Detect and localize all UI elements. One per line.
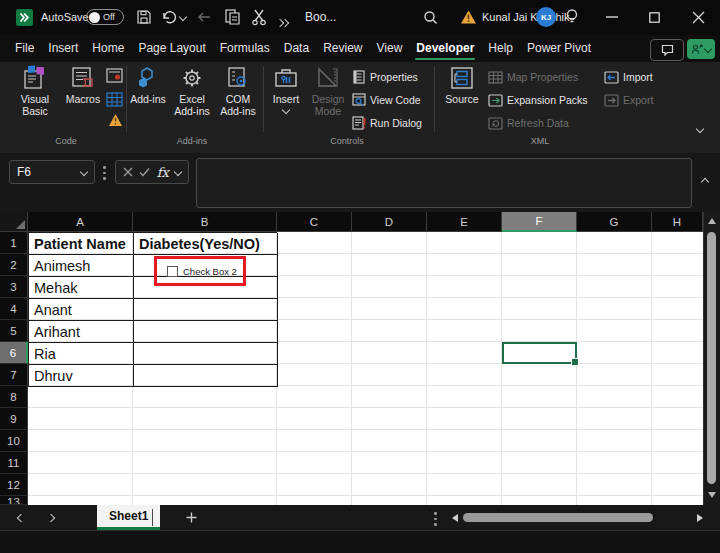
scroll-left-icon[interactable] bbox=[452, 514, 458, 522]
row-header-10[interactable]: 10 bbox=[0, 430, 28, 452]
qat-overflow-icon[interactable] bbox=[277, 12, 288, 30]
copy-icon[interactable] bbox=[224, 8, 241, 26]
insert-controls-button[interactable]: Insert bbox=[268, 65, 304, 113]
save-icon[interactable] bbox=[136, 9, 152, 25]
macro-security-icon[interactable] bbox=[108, 113, 123, 127]
cell-b1[interactable]: Diabetes(Yes/NO) bbox=[134, 233, 278, 255]
com-add-ins-button[interactable]: COM Add-ins bbox=[216, 65, 260, 117]
user-name[interactable]: Kunal Jai Kaushik bbox=[482, 11, 569, 23]
cell-b4[interactable] bbox=[134, 299, 278, 321]
horizontal-scroll-thumb[interactable] bbox=[463, 513, 653, 522]
expansion-packs-button[interactable]: Expansion Packs bbox=[488, 92, 588, 108]
tab-file[interactable]: File bbox=[8, 36, 41, 61]
cell-a4[interactable]: Anant bbox=[29, 299, 134, 321]
tab-page-layout[interactable]: Page Layout bbox=[131, 36, 212, 61]
selected-cell-f6[interactable] bbox=[502, 342, 577, 364]
formula-input[interactable] bbox=[196, 158, 692, 208]
run-dialog-button[interactable]: Run Dialog bbox=[352, 115, 422, 131]
checkbox-control-highlight[interactable]: Check Box 2 bbox=[154, 256, 246, 286]
row-header-13-partial[interactable]: 13 bbox=[0, 496, 28, 505]
row-header-9[interactable]: 9 bbox=[0, 408, 28, 430]
scrollbar-separator-dots[interactable] bbox=[434, 512, 437, 526]
add-ins-button[interactable]: Add-ins bbox=[130, 65, 166, 105]
cell-b6[interactable] bbox=[134, 343, 278, 365]
row-header-12[interactable]: 12 bbox=[0, 474, 28, 496]
fill-handle[interactable] bbox=[571, 358, 579, 366]
column-header-d[interactable]: D bbox=[352, 212, 427, 232]
comments-button[interactable] bbox=[650, 39, 684, 61]
cell-a1[interactable]: Patient Name bbox=[29, 233, 134, 255]
warning-icon[interactable] bbox=[460, 9, 477, 25]
autosave-toggle[interactable]: Off bbox=[86, 9, 124, 25]
properties-button[interactable]: Properties bbox=[352, 69, 418, 85]
close-button[interactable] bbox=[692, 11, 705, 24]
import-button[interactable]: Import bbox=[604, 69, 653, 85]
column-header-f-selected[interactable]: F bbox=[502, 212, 577, 232]
vertical-scrollbar[interactable] bbox=[703, 212, 720, 505]
cells-canvas[interactable]: Patient Name Diabetes(Yes/NO) Animesh Me… bbox=[28, 232, 703, 505]
prev-sheet-icon[interactable] bbox=[17, 514, 25, 522]
source-button[interactable]: Source bbox=[440, 65, 484, 105]
row-header-1[interactable]: 1 bbox=[0, 232, 28, 254]
column-header-a[interactable]: A bbox=[28, 212, 133, 232]
macros-button[interactable]: Macros bbox=[60, 65, 106, 105]
tab-home[interactable]: Home bbox=[85, 36, 131, 61]
cell-b7[interactable] bbox=[134, 365, 278, 387]
column-header-h[interactable]: H bbox=[652, 212, 703, 232]
row-header-8[interactable]: 8 bbox=[0, 386, 28, 408]
cell-a5[interactable]: Arihant bbox=[29, 321, 134, 343]
select-all-button[interactable] bbox=[0, 212, 28, 232]
visual-basic-button[interactable]: Visual Basic bbox=[12, 65, 58, 117]
collapse-formula-bar-icon[interactable] bbox=[701, 178, 709, 186]
view-code-button[interactable]: View Code bbox=[352, 92, 421, 108]
scroll-right-icon[interactable] bbox=[697, 514, 703, 522]
row-header-4[interactable]: 4 bbox=[0, 298, 28, 320]
tab-formulas[interactable]: Formulas bbox=[213, 36, 277, 61]
cancel-icon[interactable] bbox=[123, 167, 133, 177]
excel-add-ins-button[interactable]: Excel Add-ins bbox=[168, 65, 216, 117]
vertical-scroll-thumb[interactable] bbox=[707, 232, 716, 484]
column-header-e[interactable]: E bbox=[427, 212, 502, 232]
enter-icon[interactable] bbox=[139, 167, 150, 177]
tab-review[interactable]: Review bbox=[316, 36, 369, 61]
fx-chevron-icon[interactable] bbox=[174, 168, 182, 176]
cell-a6[interactable]: Ria bbox=[29, 343, 134, 365]
cell-a2[interactable]: Animesh bbox=[29, 255, 134, 277]
lightbulb-icon[interactable] bbox=[565, 8, 579, 26]
scroll-down-icon[interactable] bbox=[708, 492, 716, 498]
avatar[interactable]: KJ bbox=[536, 7, 556, 27]
row-header-6-selected[interactable]: 6 bbox=[0, 342, 28, 364]
tab-power-pivot[interactable]: Power Pivot bbox=[520, 36, 598, 61]
cell-a7[interactable]: Dhruv bbox=[29, 365, 134, 387]
maximize-button[interactable] bbox=[649, 12, 660, 23]
name-box[interactable]: F6 bbox=[9, 160, 95, 184]
next-sheet-icon[interactable] bbox=[47, 514, 55, 522]
sheet-tab-sheet1[interactable]: Sheet1 bbox=[97, 505, 160, 530]
row-header-11[interactable]: 11 bbox=[0, 452, 28, 474]
insert-function-button[interactable]: fx bbox=[157, 165, 169, 180]
new-sheet-button[interactable] bbox=[186, 512, 197, 523]
record-macro-icon[interactable] bbox=[106, 68, 123, 83]
scroll-up-icon[interactable] bbox=[708, 218, 716, 224]
checkbox-icon[interactable] bbox=[167, 266, 178, 277]
tab-help[interactable]: Help bbox=[481, 36, 520, 61]
relative-references-icon[interactable] bbox=[106, 92, 123, 107]
column-header-g[interactable]: G bbox=[577, 212, 652, 232]
minimize-button[interactable] bbox=[606, 16, 618, 18]
undo-icon[interactable] bbox=[161, 9, 177, 25]
row-header-2[interactable]: 2 bbox=[0, 254, 28, 276]
column-header-b[interactable]: B bbox=[133, 212, 277, 232]
tab-data[interactable]: Data bbox=[277, 36, 316, 61]
row-header-3[interactable]: 3 bbox=[0, 276, 28, 298]
cut-icon[interactable] bbox=[251, 8, 267, 26]
search-icon[interactable] bbox=[423, 10, 438, 25]
tab-view[interactable]: View bbox=[370, 36, 410, 61]
undo-chevron-icon[interactable] bbox=[179, 13, 187, 21]
row-header-5[interactable]: 5 bbox=[0, 320, 28, 342]
share-button[interactable] bbox=[687, 39, 715, 59]
cell-a3[interactable]: Mehak bbox=[29, 277, 134, 299]
column-header-c[interactable]: C bbox=[277, 212, 352, 232]
tab-developer[interactable]: Developer bbox=[409, 36, 481, 61]
ribbon-collapse-chevron-icon[interactable] bbox=[696, 125, 704, 133]
row-header-7[interactable]: 7 bbox=[0, 364, 28, 386]
